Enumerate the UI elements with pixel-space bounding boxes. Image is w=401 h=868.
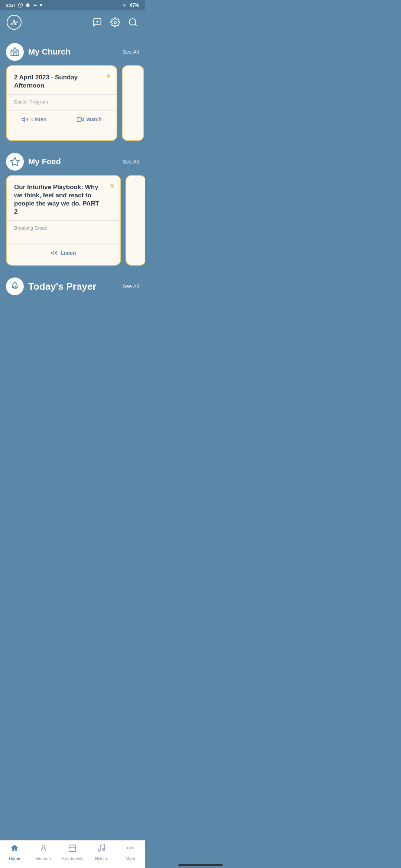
my-church-cards: ♥ 2 April 2023 - Sunday Afternoon Easter…	[0, 65, 145, 147]
my-feed-cards: ♥ Our Intuitive Playbook: Why we think, …	[0, 175, 145, 272]
my-feed-title: My Feed	[28, 157, 61, 167]
svg-rect-16	[77, 118, 81, 122]
svg-point-8	[114, 21, 117, 24]
svg-rect-11	[14, 53, 16, 55]
favorite-icon-feed-1[interactable]: ♥	[110, 182, 114, 190]
circle-icon	[25, 3, 30, 8]
logo-svg: A	[7, 15, 22, 30]
prayer-see-all[interactable]: See All	[123, 283, 139, 289]
church-icon-circle	[6, 43, 24, 61]
dot-icon	[40, 4, 42, 6]
status-time: 2:57 i	[6, 3, 42, 8]
church-card-1-actions: Listen Watch	[7, 111, 117, 128]
main-content: My Church See All ♥ 2 April 2023 - Sunda…	[0, 34, 145, 337]
top-nav: A	[0, 10, 145, 34]
feed-card-1-actions: Listen	[7, 244, 120, 262]
status-bar: 2:57 i 67%	[0, 0, 145, 10]
my-church-title-group: My Church	[6, 43, 71, 61]
gear-icon	[110, 17, 120, 27]
svg-point-9	[129, 19, 136, 25]
feed-icon-circle	[6, 153, 24, 171]
feed-card-divider	[7, 220, 120, 221]
speaker-icon	[22, 116, 28, 123]
svg-text:A: A	[12, 19, 17, 26]
favorite-icon-1[interactable]: ♥	[106, 72, 111, 80]
svg-marker-14	[22, 118, 25, 122]
search-button[interactable]	[127, 16, 139, 28]
key-icon	[33, 3, 38, 8]
info-icon: i	[18, 3, 23, 8]
feed-card-1: ♥ Our Intuitive Playbook: Why we think, …	[6, 175, 121, 266]
my-feed-title-group: My Feed	[6, 153, 61, 171]
church-card-1: ♥ 2 April 2023 - Sunday Afternoon Easter…	[6, 65, 117, 141]
prayer-title-group: Today's Prayer	[6, 277, 96, 295]
prayer-icon-circle	[6, 277, 24, 295]
svg-point-2	[26, 3, 29, 7]
svg-point-3	[40, 4, 42, 6]
add-message-button[interactable]	[91, 16, 103, 28]
church-card-1-title: 2 April 2023 - Sunday Afternoon	[14, 73, 109, 90]
svg-marker-15	[81, 118, 83, 121]
battery-status: 67%	[130, 3, 139, 8]
wifi-icon	[121, 3, 128, 8]
my-feed-header: My Feed See All	[0, 147, 145, 175]
settings-button[interactable]	[109, 16, 121, 28]
feed-icon	[10, 157, 20, 167]
church-card-1-subtitle: Easter Program	[14, 99, 109, 105]
listen-button-1[interactable]: Listen	[7, 111, 62, 128]
church-card-partial	[122, 65, 144, 141]
video-icon	[77, 116, 84, 123]
status-icons: 67%	[121, 3, 139, 8]
message-add-icon	[92, 17, 102, 27]
my-church-see-all[interactable]: See All	[123, 49, 139, 55]
svg-marker-17	[10, 157, 19, 165]
todays-prayer-header: Today's Prayer See All	[0, 272, 145, 300]
card-divider-1	[7, 94, 117, 95]
feed-card-partial	[125, 175, 145, 266]
my-feed-see-all[interactable]: See All	[123, 159, 139, 165]
watch-button-1[interactable]: Watch	[62, 111, 117, 128]
prayer-icon	[10, 281, 20, 292]
feed-card-1-title: Our Intuitive Playbook: Why we think, fe…	[14, 183, 113, 216]
church-icon	[10, 47, 20, 57]
svg-marker-18	[52, 251, 54, 255]
feed-speaker-icon	[51, 250, 58, 256]
todays-prayer-title: Today's Prayer	[28, 281, 96, 292]
svg-line-10	[135, 24, 137, 26]
search-icon	[128, 17, 138, 27]
my-church-title: My Church	[28, 47, 71, 57]
feed-listen-button[interactable]: Listen	[7, 244, 120, 262]
feed-card-1-subtitle: Breaking Bread	[14, 225, 113, 231]
svg-text:i: i	[20, 4, 21, 6]
nav-action-icons	[91, 16, 139, 28]
my-church-header: My Church See All	[0, 37, 145, 65]
app-logo[interactable]: A	[6, 14, 22, 30]
